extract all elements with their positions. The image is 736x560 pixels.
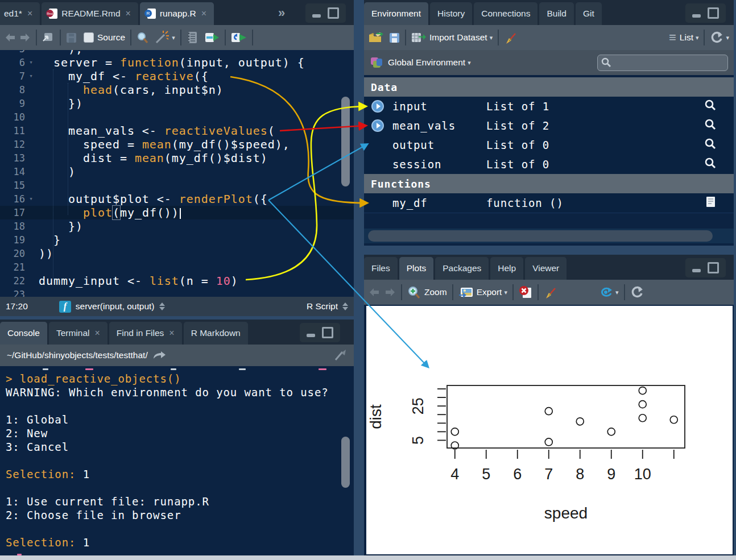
remove-plot-icon[interactable] [519,285,532,299]
view-source-icon[interactable] [705,196,717,210]
doc-type-label[interactable]: R Script [307,301,338,312]
x-tick-label: 5 [482,466,490,483]
export-caret-icon[interactable]: ▾ [504,289,507,296]
console-tab-bar: Console Terminal × Find in Files × R Mar… [0,320,354,345]
close-icon[interactable]: × [169,328,174,338]
find-replace-icon[interactable] [137,31,149,44]
compile-notebook-icon[interactable] [187,31,198,44]
expand-icon[interactable] [371,99,384,115]
tab-viewer[interactable]: Viewer [525,257,567,280]
x-tick-label: 8 [576,466,584,483]
publish-icon[interactable] [598,286,613,298]
scope-selector-icon[interactable] [159,302,165,310]
inspect-icon[interactable] [704,138,717,152]
minimize-icon[interactable] [312,14,321,18]
fold-toggle-icon[interactable]: ▾ [25,192,38,206]
editor-vertical-scrollbar[interactable] [341,97,350,186]
run-icon[interactable] [205,32,220,43]
code-line[interactable]: 5 ), [0,50,354,56]
scrollbar-thumb[interactable] [368,230,713,242]
line-number: 16 [0,192,25,206]
clear-console-icon[interactable] [333,349,347,362]
line-number: 7 [0,69,25,83]
publish-caret-icon[interactable]: ▾ [615,289,619,296]
clipped-text-fragment [239,368,246,370]
tab-console[interactable]: Console [0,322,47,345]
environment-object-row[interactable]: my_dffunction () [364,193,734,213]
maximize-icon[interactable] [328,7,339,19]
forward-icon[interactable] [19,33,31,42]
environment-object-row[interactable]: mean_valsList of 2 [364,116,734,136]
fold-toggle-icon[interactable]: ▾ [25,69,38,83]
environment-object-row[interactable]: outputList of 0 [364,135,734,155]
refresh-plot-icon[interactable] [630,286,644,298]
next-plot-icon[interactable] [384,288,396,297]
tab-find-in-files[interactable]: Find in Files × [109,322,182,345]
console-line: > load_reactive_objects() [6,372,342,385]
expand-icon[interactable] [371,119,384,135]
tab-label: runapp.R [160,9,196,19]
line-number: 10 [0,110,25,124]
line-number: 9 [0,97,25,110]
code-line[interactable]: 23 [0,288,354,297]
export-plot-icon[interactable] [458,287,473,298]
console-line: 2: New [6,426,342,440]
data-point [451,428,458,435]
doc-type-selector-icon[interactable] [342,302,348,310]
rerun-icon[interactable] [231,32,247,43]
previous-plot-icon[interactable] [369,288,380,297]
code-editor[interactable]: 5 ),6▾ server = function(input, output) … [0,50,354,297]
code-text: }) [38,219,83,233]
more-tabs-icon[interactable]: » [278,6,284,20]
window-bottom-edge [0,555,736,560]
close-icon[interactable]: × [126,9,131,19]
code-line[interactable]: 6▾ server = function(input, output) { [0,56,354,69]
code-tools-icon[interactable] [155,31,169,44]
x-tick-label: 4 [450,466,459,483]
console-vertical-scrollbar[interactable] [341,437,350,488]
tab-label: Plots [407,263,426,273]
inspect-icon[interactable] [704,157,717,172]
data-point [545,438,552,446]
inspect-icon[interactable] [704,99,717,114]
function-scope-label[interactable]: server(input, output) [76,301,155,312]
environment-horizontal-scrollbar[interactable] [364,229,734,243]
inspect-icon[interactable] [704,118,717,133]
zoom-plot-label[interactable]: Zoom [424,287,447,297]
data-point [607,428,615,435]
close-icon[interactable]: × [94,328,100,338]
tab-untitled[interactable]: ed1* × [0,2,40,25]
line-number: 6 [0,56,25,69]
fold-toggle-icon[interactable]: ▾ [25,56,38,69]
close-icon[interactable]: × [27,9,32,19]
tab-files[interactable]: Files [364,257,398,280]
maximize-icon[interactable] [708,262,719,273]
source-on-save-checkbox[interactable] [84,32,94,43]
clear-plots-icon[interactable] [544,285,559,300]
environment-object-row[interactable]: inputList of 1 [364,97,734,117]
goto-directory-icon[interactable] [152,351,166,360]
close-icon[interactable]: × [201,9,206,19]
code-tools-caret-icon[interactable]: ▾ [172,34,175,42]
code-text: dummy_input <- list(n = 10) [38,274,238,288]
tab-packages[interactable]: Packages [435,257,489,280]
export-plot-label[interactable]: Export [477,287,502,297]
zoom-plot-icon[interactable] [407,285,421,299]
save-icon[interactable] [66,32,77,43]
editor-window-buttons [305,3,346,23]
console-output[interactable]: > load_reactive_objects()WARNING: Which … [0,368,354,555]
minimize-icon[interactable] [307,334,315,337]
tab-r-markdown[interactable]: R Markdown [184,322,248,345]
tab-help[interactable]: Help [490,257,523,280]
environment-object-row[interactable]: sessionList of 0 [364,155,734,175]
back-icon[interactable] [5,33,16,42]
tab-runapp-r[interactable]: R runapp.R × [140,2,214,25]
data-point [670,416,677,424]
open-in-new-window-icon[interactable] [42,32,55,43]
maximize-icon[interactable] [322,327,333,338]
tab-plots[interactable]: Plots [399,257,433,280]
minimize-icon[interactable] [692,269,701,272]
console-line: 3: Cancel [6,440,342,454]
tab-readme-rmd[interactable]: Rmd README.Rmd × [42,2,138,25]
tab-terminal[interactable]: Terminal × [49,322,107,345]
